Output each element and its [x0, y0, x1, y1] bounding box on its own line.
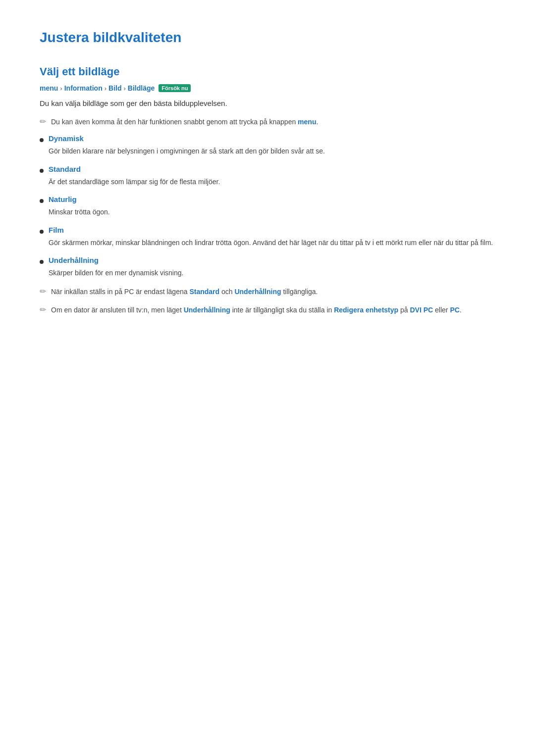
bullet-label-dynamisk: Dynamisk — [49, 134, 495, 143]
bullet-label-standard: Standard — [49, 165, 495, 173]
bullet-content-naturlig: Naturlig Minskar trötta ögon. — [49, 195, 495, 217]
note3-link3: DVI PC — [410, 306, 433, 314]
bullet-content-dynamisk: Dynamisk Gör bilden klarare när belysnin… — [49, 134, 495, 156]
breadcrumb-bild[interactable]: Bild — [108, 84, 121, 92]
bullet-content-standard: Standard Är det standardläge som lämpar … — [49, 165, 495, 187]
breadcrumb-menu[interactable]: menu — [40, 84, 58, 92]
bullet-label-film: Film — [49, 226, 495, 234]
bullet-desc-standard: Är det standardläge som lämpar sig för d… — [49, 178, 220, 186]
bullet-desc-naturlig: Minskar trötta ögon. — [49, 208, 110, 216]
bullet-list: Dynamisk Gör bilden klarare när belysnin… — [40, 134, 495, 278]
breadcrumb-bildlage[interactable]: Bildläge — [128, 84, 155, 92]
bullet-desc-film: Gör skärmen mörkar, minskar bländningen … — [49, 239, 493, 247]
breadcrumb-sep-3: › — [123, 85, 125, 92]
bullet-item-film: Film Gör skärmen mörkar, minskar bländni… — [40, 226, 495, 248]
note3-link1: Underhållning — [184, 306, 230, 314]
bullet-item-dynamisk: Dynamisk Gör bilden klarare när belysnin… — [40, 134, 495, 156]
section-title: Välj ett bildläge — [40, 65, 495, 78]
note-item-2: ✏ När inkällan ställs in på PC är endast… — [40, 286, 495, 297]
notes-section: ✏ När inkällan ställs in på PC är endast… — [40, 286, 495, 315]
intro-text: Du kan välja bildläge som ger den bästa … — [40, 99, 495, 107]
bullet-dot-dynamisk — [40, 138, 44, 142]
bullet-content-underhallning: Underhållning Skärper bilden för en mer … — [49, 256, 495, 278]
breadcrumb-information[interactable]: Information — [64, 84, 103, 92]
bullet-desc-dynamisk: Gör bilden klarare när belysningen i omg… — [49, 147, 325, 155]
note1-link: menu — [298, 118, 316, 126]
note-text-3: Om en dator är ansluten till tv:n, men l… — [51, 304, 462, 315]
breadcrumb: menu › Information › Bild › Bildläge För… — [40, 84, 495, 92]
pencil-icon-3: ✏ — [40, 305, 46, 314]
pencil-icon-2: ✏ — [40, 287, 46, 296]
note-text-2: När inkällan ställs in på PC är endast l… — [51, 286, 318, 297]
breadcrumb-sep-1: › — [60, 85, 62, 92]
bullet-content-film: Film Gör skärmen mörkar, minskar bländni… — [49, 226, 495, 248]
bullet-label-naturlig: Naturlig — [49, 195, 495, 203]
pencil-icon-1: ✏ — [40, 117, 46, 126]
bullet-item-naturlig: Naturlig Minskar trötta ögon. — [40, 195, 495, 217]
note2-link2: Underhållning — [234, 288, 281, 296]
note-item-1: ✏ Du kan även komma åt den här funktione… — [40, 116, 495, 127]
try-now-badge[interactable]: Försök nu — [159, 84, 191, 92]
bullet-dot-standard — [40, 169, 44, 173]
note3-link4: PC — [450, 306, 459, 314]
bullet-item-standard: Standard Är det standardläge som lämpar … — [40, 165, 495, 187]
page-title: Justera bildkvaliteten — [40, 30, 495, 46]
note-item-3: ✏ Om en dator är ansluten till tv:n, men… — [40, 304, 495, 315]
bullet-item-underhallning: Underhållning Skärper bilden för en mer … — [40, 256, 495, 278]
bullet-dot-film — [40, 230, 44, 234]
note3-link2: Redigera enhetstyp — [334, 306, 398, 314]
bullet-dot-underhallning — [40, 260, 44, 264]
bullet-dot-naturlig — [40, 199, 44, 203]
bullet-label-underhallning: Underhållning — [49, 256, 495, 264]
note2-link1: Standard — [189, 288, 219, 296]
bullet-desc-underhallning: Skärper bilden för en mer dynamisk visni… — [49, 269, 183, 277]
breadcrumb-sep-2: › — [105, 85, 107, 92]
note-text-1: Du kan även komma åt den här funktionen … — [51, 116, 318, 127]
